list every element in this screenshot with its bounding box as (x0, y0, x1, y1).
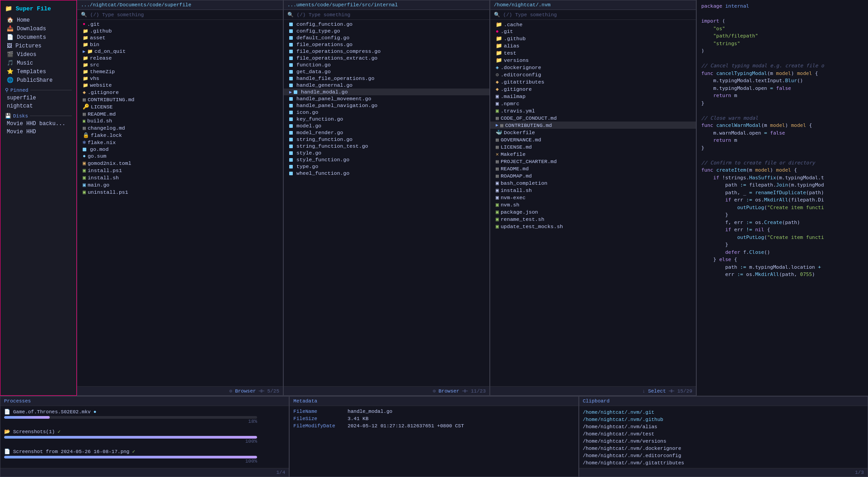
file-item[interactable]: handle_file_operations.go (284, 75, 489, 82)
file-item[interactable]: 📁 bin (77, 41, 283, 48)
file-item[interactable]: ▣ build.sh (77, 117, 283, 124)
file-item[interactable]: file_operations_extract.go (284, 55, 489, 61)
file-item[interactable]: ▣ .travis.yml (490, 107, 696, 114)
clipboard-item[interactable]: /home/nightcat/.nvm/test (583, 430, 864, 438)
clipboard-item[interactable]: /home/nightcat/.nvm/versions (583, 438, 864, 445)
file-item[interactable]: 📁 themeZip (77, 68, 283, 75)
file-item[interactable]: 📁 src (77, 61, 283, 68)
file-item[interactable]: 📁 versions (490, 56, 696, 64)
file-item[interactable]: go.mod (77, 146, 283, 153)
clipboard-item[interactable]: /home/nightcat/.nvm/.gitattributes (583, 459, 864, 467)
file-item[interactable]: ▣ .npmrc (490, 100, 696, 107)
file-item[interactable]: type.go (284, 163, 489, 170)
sidebar-item-pictures[interactable]: 🖼 Pictures (0, 42, 76, 50)
file-item[interactable]: ● .git (490, 28, 696, 35)
file-item[interactable]: handle_panel_movement.go (284, 95, 489, 102)
sidebar-item-videos[interactable]: 🎬 Videos (0, 50, 76, 59)
file-item[interactable]: icon.go (284, 109, 489, 116)
file-item[interactable]: ▦ LICENSE.md (490, 143, 696, 150)
file-item[interactable]: 📁 vhs (77, 75, 283, 82)
file-item[interactable]: 📁 .github (490, 35, 696, 42)
file-item[interactable]: ◈ .dockerignore (490, 64, 696, 71)
file-item[interactable]: ▣ update_test_mocks.sh (490, 223, 696, 230)
sidebar-disk-1[interactable]: Movie HHD backu... (0, 120, 76, 128)
file-item[interactable]: style_function.go (284, 156, 489, 163)
file-item[interactable]: ▦ CODE_OF_CONDUCT.md (490, 114, 696, 122)
file-item[interactable]: wheel_function.go (284, 170, 489, 177)
file-item[interactable]: ▣ install.ps1 (77, 167, 283, 174)
panel-3-search[interactable]: 🔍 (/) Type something (490, 10, 696, 20)
file-item[interactable]: ▦ ROADMAP.md (490, 172, 696, 179)
sidebar-item-publicshare[interactable]: 🌐 PublicShare (0, 76, 76, 84)
clipboard-item[interactable]: /home/nightcat/.nvm/.dockerignore (583, 445, 864, 452)
file-item[interactable]: handle_genernal.go (284, 82, 489, 89)
file-item[interactable]: style.go (284, 150, 489, 156)
file-item[interactable]: ◆ .gitignore (77, 89, 283, 96)
file-item[interactable]: ▣ main.go (77, 181, 283, 188)
file-item[interactable]: ▣ package.json (490, 208, 696, 215)
panel-2-search[interactable]: 🔍 (/) Type something (284, 10, 489, 20)
file-item[interactable]: ▣ install.sh (490, 187, 696, 194)
clipboard-item[interactable]: /home/nightcat/.nvm/.github (583, 416, 864, 423)
file-item[interactable]: model.go (284, 122, 489, 129)
file-item[interactable]: ▣ rename_test.sh (490, 215, 696, 223)
file-item[interactable]: get_data.go (284, 68, 489, 75)
file-item[interactable]: ◆ .gitattributes (490, 78, 696, 85)
file-item[interactable]: ▣ install.sh (77, 174, 283, 181)
file-item[interactable]: 🐳 Dockerfile (490, 129, 696, 136)
file-item[interactable]: 📁 website (77, 82, 283, 89)
file-item[interactable]: 📁 .github (77, 28, 283, 34)
file-item[interactable]: ▦ PROJECT_CHARTER.md (490, 158, 696, 165)
file-item[interactable]: string_function_test.go (284, 143, 489, 150)
file-item[interactable]: ▦ README.md (490, 165, 696, 172)
file-item[interactable]: ▣ nvm-exec (490, 194, 696, 201)
clipboard-item[interactable]: /home/nightcat/.nvm/.editorconfig (583, 452, 864, 459)
clipboard-item[interactable]: /home/nightcat/.nvm/alias (583, 423, 864, 430)
file-item[interactable]: ⚙ .editorconfig (490, 71, 696, 78)
file-item[interactable]: ● go.sum (77, 153, 283, 159)
sidebar-item-templates[interactable]: ⭐ Templates (0, 67, 76, 76)
file-item[interactable]: 📁 test (490, 49, 696, 56)
file-item[interactable]: string_function.go (284, 136, 489, 143)
file-item[interactable]: default_config.go (284, 34, 489, 41)
file-item[interactable]: 📁 alias (490, 42, 696, 49)
file-item[interactable]: ▶▦ CONTRIBUTING.md (490, 122, 696, 129)
file-item[interactable]: ▦ GOVERNANCE.md (490, 136, 696, 143)
file-item[interactable]: config_function.go (284, 21, 489, 28)
file-item[interactable]: 📁 asset (77, 34, 283, 41)
file-item[interactable]: ▶📁 cd_on_quit (77, 48, 283, 55)
file-item[interactable]: ▣ bash_completion (490, 179, 696, 187)
file-item[interactable]: ● .git (77, 21, 283, 28)
clipboard-item[interactable]: /home/nightcat/.nvm/.git (583, 409, 864, 416)
file-item[interactable]: 🔑 LICENSE (77, 103, 283, 110)
file-item[interactable]: ▣ .mailmap (490, 93, 696, 100)
file-item[interactable]: ▶ handle_modal.go (284, 89, 489, 95)
file-item[interactable]: 📁 release (77, 55, 283, 61)
file-item[interactable]: file_operations.go (284, 41, 489, 48)
file-item[interactable]: ▦ changelog.md (77, 124, 283, 131)
sidebar-item-documents[interactable]: 📄 Documents (0, 33, 76, 42)
file-item[interactable]: ▣ uninstall.ps1 (77, 188, 283, 196)
file-item[interactable]: ▦ README.md (77, 110, 283, 117)
sidebar-item-music[interactable]: 🎵 Music (0, 59, 76, 67)
file-item[interactable]: handle_panel_navigation.go (284, 102, 489, 109)
file-item[interactable]: ✕ Makefile (490, 150, 696, 158)
file-item[interactable]: config_type.go (284, 28, 489, 34)
file-item[interactable]: model_render.go (284, 129, 489, 136)
sidebar-item-home[interactable]: 🏠 Home (0, 16, 76, 24)
sidebar-disk-2[interactable]: Movie HHD (0, 128, 76, 136)
sidebar-item-downloads[interactable]: 📥 Downloads (0, 24, 76, 33)
file-item[interactable]: ▣ nvm.sh (490, 201, 696, 208)
file-item[interactable]: ▣ gomod2nix.toml (77, 159, 283, 167)
sidebar-pinned-nightcat[interactable]: nightcat (0, 102, 76, 110)
file-item[interactable]: ▦ CONTRIBUTING.md (77, 96, 283, 103)
file-item[interactable]: 🔒 flake.lock (77, 131, 283, 139)
file-item[interactable]: file_operations_compress.go (284, 48, 489, 55)
file-item[interactable]: ◆ .gitignore (490, 85, 696, 93)
file-item[interactable]: function.go (284, 61, 489, 68)
file-item[interactable]: 📁 .cache (490, 21, 696, 28)
sidebar-pinned-superfile[interactable]: superfile (0, 94, 76, 102)
file-item[interactable]: ❄ flake.nix (77, 139, 283, 146)
panel-1-search[interactable]: 🔍 (/) Type something (77, 10, 283, 20)
file-item[interactable]: key_function.go (284, 116, 489, 122)
